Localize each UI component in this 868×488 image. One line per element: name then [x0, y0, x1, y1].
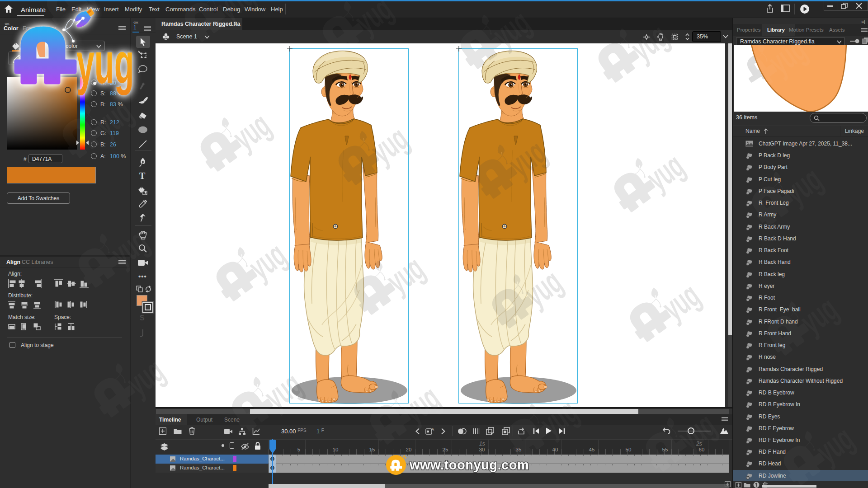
- svg-text:A: A: [431, 427, 434, 432]
